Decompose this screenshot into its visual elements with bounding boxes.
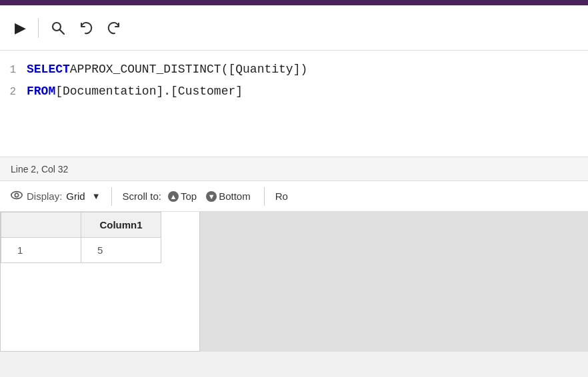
svg-line-1 (60, 29, 65, 34)
ro-label: Ro (275, 190, 288, 202)
run-button[interactable]: ▶ (11, 15, 30, 41)
cursor-position: Line 2, Col 32 (11, 164, 68, 175)
row-number-cell: 1 (1, 238, 81, 263)
undo-button[interactable] (75, 17, 97, 39)
display-section: Display: Grid ▼ (11, 190, 101, 202)
display-label: Display: (27, 190, 62, 202)
table-row: 1 5 (1, 238, 161, 263)
code-editor[interactable]: 1 SELECT APPROX_COUNT_DISTINCT([Quantity… (0, 51, 588, 157)
results-toolbar: Display: Grid ▼ Scroll to: ▲ Top ▼ Botto… (0, 181, 588, 212)
status-bar: Line 2, Col 32 (0, 157, 588, 181)
code-line-1: 1 SELECT APPROX_COUNT_DISTINCT([Quantity… (0, 59, 588, 81)
scroll-label: Scroll to: (123, 190, 161, 202)
results-table-wrapper: Column1 1 5 (0, 212, 200, 352)
scroll-top-button[interactable]: ▲ Top (165, 189, 199, 203)
column1-header: Column1 (81, 212, 161, 238)
results-table: Column1 1 5 (1, 212, 161, 263)
table-header-row: Column1 (1, 212, 161, 238)
code-text-1: APPROX_COUNT_DISTINCT([Quantity]) (70, 60, 307, 79)
column1-cell: 5 (81, 238, 161, 263)
results-divider-2 (264, 187, 265, 206)
svg-point-2 (11, 191, 22, 198)
toolbar-divider-1 (38, 18, 39, 38)
eye-icon (11, 190, 23, 202)
query-toolbar: ▶ (0, 5, 588, 51)
scroll-section: Scroll to: ▲ Top ▼ Bottom (123, 189, 253, 203)
gray-area (200, 212, 588, 352)
redo-button[interactable] (103, 17, 125, 39)
display-value: Grid (66, 190, 85, 202)
keyword-select: SELECT (27, 60, 70, 79)
scroll-top-label: Top (181, 190, 197, 202)
scroll-bottom-label: Bottom (219, 190, 251, 202)
line-number-1: 1 (0, 62, 27, 79)
line-number-2: 2 (0, 84, 27, 101)
results-area: Column1 1 5 (0, 212, 588, 352)
search-button[interactable] (47, 17, 69, 39)
scroll-bottom-button[interactable]: ▼ Bottom (203, 189, 253, 203)
results-divider-1 (111, 187, 112, 206)
scroll-top-icon: ▲ (168, 191, 179, 202)
dropdown-arrow-icon[interactable]: ▼ (92, 191, 101, 201)
keyword-from: FROM (27, 82, 55, 101)
svg-point-3 (15, 193, 18, 196)
code-text-2: [Documentation].[Customer] (55, 82, 243, 101)
scroll-bottom-icon: ▼ (206, 191, 217, 202)
top-accent-bar (0, 0, 588, 5)
row-number-header (1, 212, 81, 238)
code-line-2: 2 FROM [Documentation].[Customer] (0, 81, 588, 103)
